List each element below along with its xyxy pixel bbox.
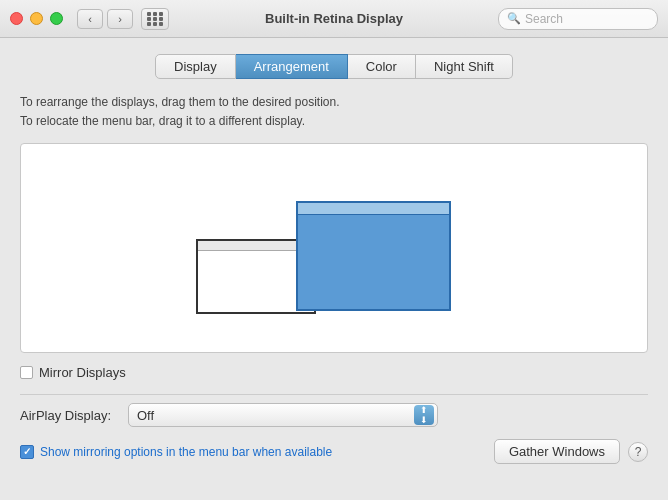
divider xyxy=(20,394,648,395)
grid-icon xyxy=(147,12,164,26)
airplay-select-wrapper: Off On ⬆⬇ xyxy=(128,403,438,427)
maximize-button[interactable] xyxy=(50,12,63,25)
show-mirroring-checkbox[interactable] xyxy=(20,445,34,459)
search-icon: 🔍 xyxy=(507,12,521,25)
tab-arrangement[interactable]: Arrangement xyxy=(236,54,348,79)
tab-color[interactable]: Color xyxy=(348,54,416,79)
content-area: Display Arrangement Color Night Shift To… xyxy=(0,38,668,474)
gather-windows-button[interactable]: Gather Windows xyxy=(494,439,620,464)
mirror-displays-label: Mirror Displays xyxy=(39,365,126,380)
display-canvas xyxy=(20,143,648,353)
traffic-lights xyxy=(10,12,63,25)
minimize-button[interactable] xyxy=(30,12,43,25)
window-title: Built-in Retina Display xyxy=(265,11,403,26)
title-bar: ‹ › Built-in Retina Display 🔍 xyxy=(0,0,668,38)
airplay-label: AirPlay Display: xyxy=(20,408,120,423)
tabs: Display Arrangement Color Night Shift xyxy=(20,54,648,79)
airplay-row: AirPlay Display: Off On ⬆⬇ xyxy=(20,403,648,427)
description-line2: To relocate the menu bar, drag it to a d… xyxy=(20,112,648,131)
help-button[interactable]: ? xyxy=(628,442,648,462)
show-mirroring-row: Show mirroring options in the menu bar w… xyxy=(20,445,494,459)
back-button[interactable]: ‹ xyxy=(77,9,103,29)
bottom-bar: Show mirroring options in the menu bar w… xyxy=(20,439,648,464)
mirror-row: Mirror Displays xyxy=(20,365,648,380)
primary-menubar xyxy=(298,203,449,215)
show-mirroring-label: Show mirroring options in the menu bar w… xyxy=(40,445,332,459)
search-input[interactable] xyxy=(525,12,649,26)
mirror-displays-checkbox[interactable] xyxy=(20,366,33,379)
nav-buttons: ‹ › xyxy=(77,9,133,29)
forward-button[interactable]: › xyxy=(107,9,133,29)
search-box[interactable]: 🔍 xyxy=(498,8,658,30)
airplay-select[interactable]: Off On xyxy=(128,403,438,427)
tab-display[interactable]: Display xyxy=(155,54,236,79)
close-button[interactable] xyxy=(10,12,23,25)
tab-nightshift[interactable]: Night Shift xyxy=(416,54,513,79)
description: To rearrange the displays, drag them to … xyxy=(20,93,648,131)
display-primary[interactable] xyxy=(296,201,451,311)
grid-button[interactable] xyxy=(141,8,169,30)
description-line1: To rearrange the displays, drag them to … xyxy=(20,93,648,112)
